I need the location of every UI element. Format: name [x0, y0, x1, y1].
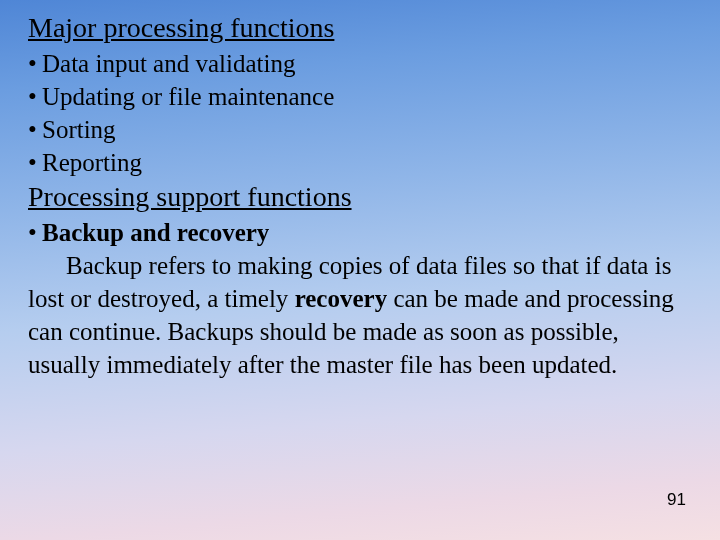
bullet-text: Sorting [42, 116, 116, 143]
bullet-item: •Sorting [28, 113, 692, 146]
sub-bullet: •Backup and recovery [28, 216, 692, 249]
bullet-item: •Updating or file maintenance [28, 80, 692, 113]
paragraph-backup: Backup refers to making copies of data f… [28, 249, 692, 381]
sub-bullet-text: Backup and recovery [42, 219, 269, 246]
bullet-item: •Data input and validating [28, 47, 692, 80]
heading-major-processing: Major processing functions [28, 10, 692, 45]
slide: Major processing functions •Data input a… [0, 0, 720, 540]
bullet-text: Data input and validating [42, 50, 295, 77]
para-text-bold: recovery [295, 285, 388, 312]
bullet-text: Reporting [42, 149, 142, 176]
bullet-text: Updating or file maintenance [42, 83, 334, 110]
page-number: 91 [667, 490, 686, 510]
bullet-item: •Reporting [28, 146, 692, 179]
heading-processing-support: Processing support functions [28, 179, 692, 214]
